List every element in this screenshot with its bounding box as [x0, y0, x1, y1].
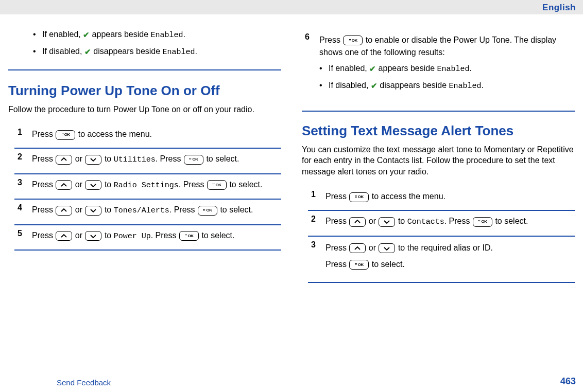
text: or [73, 180, 84, 189]
check-icon: ✔ [371, 81, 378, 91]
text: Press [32, 154, 55, 163]
step-3: Press or to Radio Settings. Press ⠿OK to… [14, 174, 281, 200]
text: to [102, 205, 113, 214]
text: to access the menu. [369, 192, 445, 201]
text: disappears beside [91, 47, 163, 56]
text: or [366, 243, 378, 252]
text: . Press [179, 180, 207, 189]
check-icon: ✔ [83, 30, 90, 40]
text: to [102, 154, 113, 163]
text: Press [319, 35, 342, 44]
text: If disabled, [329, 81, 371, 90]
check-icon: ✔ [369, 64, 376, 74]
text: Press [32, 205, 55, 214]
ok-button-icon: ⠿OK [349, 260, 369, 270]
code-text: Contacts [407, 218, 444, 226]
text: . Press [169, 205, 197, 214]
language-label: English [542, 3, 576, 13]
code-text: Enabled [163, 48, 195, 57]
ok-button-icon: ⠿OK [56, 130, 75, 140]
text: . [195, 47, 197, 56]
prev-section-bullets: If enabled, ✔ appears beside Enabled. If… [8, 29, 281, 58]
text: or [73, 205, 84, 214]
text: to select. [199, 231, 234, 240]
down-button-icon [85, 231, 101, 241]
ok-button-icon: ⠿OK [343, 35, 363, 45]
down-button-icon [379, 217, 395, 227]
text: Press [32, 231, 55, 240]
text: to [396, 217, 407, 225]
right-column: Press ⠿OK to enable or disable the Power… [302, 29, 575, 283]
up-button-icon [349, 243, 366, 253]
steps-list-cont: Press ⠿OK to enable or disable the Power… [302, 29, 575, 112]
text: or [73, 154, 84, 163]
text: Press [325, 243, 349, 252]
text: to select. [218, 205, 253, 214]
step-5: Press or to Power Up. Press ⠿OK to selec… [14, 225, 281, 251]
header-bar: English [0, 0, 583, 14]
text: appears beside [376, 64, 437, 73]
text: to select. [204, 154, 239, 163]
text: . Press [151, 231, 179, 240]
code-text: Enabled [437, 65, 469, 74]
text: . [482, 81, 484, 90]
text: If disabled, [42, 47, 84, 56]
text: to [102, 231, 113, 240]
list-item: If disabled, ✔ disappears beside Enabled… [33, 46, 281, 58]
page-number: 463 [560, 376, 576, 387]
text: If enabled, [329, 64, 369, 73]
text: . Press [444, 217, 472, 225]
section-heading-power-up: Turning Power Up Tone On or Off [8, 83, 281, 99]
step-1: Press ⠿OK to access the menu. [14, 124, 281, 149]
down-button-icon [85, 180, 101, 190]
text: If enabled, [42, 30, 83, 39]
section-intro: You can customize the text message alert… [302, 144, 575, 177]
send-feedback-link[interactable]: Send Feedback [57, 378, 111, 387]
steps-list-2: Press ⠿OK to access the menu. Press or t… [308, 186, 575, 283]
code-text: Enabled [150, 31, 183, 40]
down-button-icon [85, 155, 101, 165]
list-item: If disabled, ✔ disappears beside Enabled… [319, 80, 575, 92]
ok-button-icon: ⠿OK [184, 155, 203, 165]
code-text: Power Up [114, 232, 151, 241]
text: to select. [227, 180, 262, 189]
ok-button-icon: ⠿OK [349, 192, 369, 202]
step-3: Press or to the required alias or ID. Pr… [308, 237, 575, 283]
text: Press [325, 260, 349, 269]
down-button-icon [85, 206, 101, 216]
text: or [73, 231, 84, 240]
text: . [470, 64, 472, 73]
text: Press [325, 192, 349, 201]
up-button-icon [349, 217, 366, 227]
list-item: If enabled, ✔ appears beside Enabled. [319, 63, 575, 75]
down-button-icon [379, 243, 395, 253]
up-button-icon [56, 231, 72, 241]
footer: Send Feedback 463 [0, 375, 583, 390]
left-column: If enabled, ✔ appears beside Enabled. If… [8, 29, 281, 283]
text: disappears beside [378, 81, 449, 90]
text: to select. [493, 217, 528, 225]
section-intro: Follow the procedure to turn Power Up To… [8, 104, 281, 115]
check-icon: ✔ [84, 47, 91, 57]
text: Press [32, 180, 55, 189]
ok-button-icon: ⠿OK [207, 180, 227, 190]
text: to [102, 180, 113, 189]
text: appears beside [90, 30, 150, 39]
step-6: Press ⠿OK to enable or disable the Power… [302, 29, 575, 112]
code-text: Radio Settings [114, 181, 179, 190]
text: to select. [369, 260, 404, 269]
code-text: Tones/Alerts [114, 206, 169, 215]
text: or [366, 217, 378, 225]
text: . Press [156, 154, 183, 163]
ok-button-icon: ⠿OK [198, 206, 217, 216]
step-2: Press or to Contacts. Press ⠿OK to selec… [308, 211, 575, 237]
text: to the required alias or ID. [396, 243, 493, 252]
section-divider [8, 69, 281, 70]
up-button-icon [56, 180, 72, 190]
text: to access the menu. [76, 130, 152, 138]
code-text: Enabled [449, 82, 482, 91]
text: . [183, 30, 185, 39]
up-button-icon [56, 155, 72, 165]
ok-button-icon: ⠿OK [179, 231, 199, 241]
list-item: If enabled, ✔ appears beside Enabled. [33, 29, 281, 41]
